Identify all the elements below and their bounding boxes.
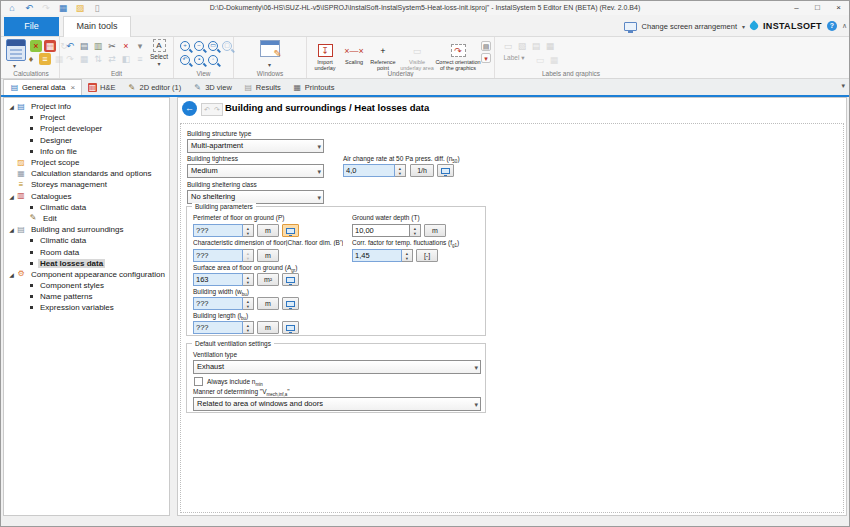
tree-item-heat-losses-data[interactable]: Heat losses data: [4, 258, 169, 269]
underlay-list-icon[interactable]: ▤: [481, 41, 491, 51]
building-length-default-button[interactable]: [282, 321, 299, 334]
chevron-down-icon[interactable]: ▾: [742, 23, 745, 30]
building-sheltering-class-select[interactable]: No sheltering: [187, 190, 324, 204]
tree-item-climatic-data[interactable]: Climatic data: [4, 202, 169, 213]
tree-item-name-patterns[interactable]: Name patterns: [4, 291, 169, 302]
new-file-icon[interactable]: ▯: [91, 2, 103, 14]
tab-overflow-icon[interactable]: ▾: [841, 82, 845, 90]
chevron-down-icon[interactable]: ▾: [13, 63, 16, 69]
air-change-rate-default-button[interactable]: [437, 164, 454, 177]
building-length-unit-button[interactable]: m: [257, 321, 279, 334]
building-tightness-select[interactable]: Medium: [187, 164, 324, 178]
always-include-nmin-checkbox[interactable]: [194, 377, 203, 386]
tree-item-climatic-data[interactable]: Climatic data: [4, 235, 169, 246]
chevron-down-icon[interactable]: ▾: [268, 62, 271, 68]
undo-icon[interactable]: ↶: [23, 2, 35, 14]
zoom-selection-icon[interactable]: ▪: [194, 55, 204, 65]
tree-expander-icon[interactable]: ◢: [7, 103, 16, 110]
building-width-default-button[interactable]: [282, 297, 299, 310]
building-length-input[interactable]: [193, 321, 243, 334]
edit-more-icon[interactable]: ▾: [134, 40, 146, 52]
minimize-button[interactable]: –: [786, 1, 807, 15]
tree-expander-icon[interactable]: ◢: [7, 226, 16, 233]
ground-water-depth-input[interactable]: [352, 224, 410, 237]
tab-h-e[interactable]: ▥H&E: [82, 79, 121, 95]
close-tab-icon[interactable]: ×: [70, 83, 75, 92]
building-width-unit-button[interactable]: m: [257, 297, 279, 310]
help-icon[interactable]: ?: [827, 21, 837, 31]
zoom-extents-icon[interactable]: ▭: [208, 41, 218, 51]
delete-icon[interactable]: ×: [120, 40, 132, 52]
char-dimension-input[interactable]: [193, 249, 243, 262]
results-list-icon[interactable]: ≡: [39, 53, 51, 65]
open-folder-icon[interactable]: ▨: [74, 2, 86, 14]
calculator-icon[interactable]: [6, 39, 26, 61]
tab-general-data[interactable]: ▤General data×: [3, 79, 82, 95]
corr-factor-input[interactable]: [352, 249, 402, 262]
file-menu-button[interactable]: File: [4, 17, 59, 36]
cut-icon[interactable]: ✂: [106, 40, 118, 52]
tab-2d-editor-1[interactable]: ✎2D editor (1): [121, 79, 187, 95]
tree-item-building-and-surroundings[interactable]: ◢▤Building and surroundings: [4, 224, 169, 235]
surface-area-input[interactable]: [193, 273, 243, 286]
surface-area-default-button[interactable]: [282, 273, 299, 286]
back-button[interactable]: ←: [182, 101, 197, 116]
tree-item-project-developer[interactable]: Project developer: [4, 123, 169, 134]
tab-main-tools[interactable]: Main tools: [63, 16, 131, 37]
tree-expander-icon[interactable]: ◢: [7, 271, 16, 278]
building-width-input[interactable]: [193, 297, 243, 310]
air-change-rate-spinner[interactable]: ▴▾: [395, 164, 406, 177]
save-icon[interactable]: ▦: [57, 2, 69, 14]
zoom-previous-icon[interactable]: ↶: [180, 55, 190, 65]
char-dimension-unit-button[interactable]: m: [257, 249, 279, 262]
tree-item-edit[interactable]: ✎Edit: [4, 213, 169, 224]
tree-item-room-data[interactable]: Room data: [4, 246, 169, 257]
calculate-icon[interactable]: ×: [30, 40, 42, 52]
underlay-options-icon[interactable]: ▾: [481, 53, 491, 63]
corr-factor-spinner[interactable]: ▴▾: [402, 249, 413, 262]
tree-item-catalogues[interactable]: ◢▥Catalogues: [4, 191, 169, 202]
manner-of-determining-select[interactable]: Related to area of windows and doors: [193, 397, 481, 411]
ground-water-depth-unit-button[interactable]: m: [424, 224, 446, 237]
ground-water-depth-spinner[interactable]: ▴▾: [410, 224, 421, 237]
air-change-rate-unit-button[interactable]: 1/h: [410, 164, 434, 177]
surface-area-spinner[interactable]: ▴▾: [243, 273, 254, 286]
tree-item-component-appearance-configuration[interactable]: ◢⚙Component appearance configuration: [4, 269, 169, 280]
perimeter-unit-button[interactable]: m: [257, 224, 279, 237]
close-button[interactable]: ×: [828, 1, 849, 15]
tab-results[interactable]: ▤Results: [238, 79, 287, 95]
corr-factor-unit-button[interactable]: [-]: [416, 249, 438, 262]
copy-icon[interactable]: ▤: [78, 40, 90, 52]
building-structure-type-select[interactable]: Multi-apartment: [187, 139, 324, 153]
surface-area-unit-button[interactable]: m²: [257, 273, 279, 286]
tree-item-storeys-management[interactable]: ≡Storeys management: [4, 179, 169, 190]
paste-icon[interactable]: ▥: [92, 40, 104, 52]
tree-item-project[interactable]: Project: [4, 112, 169, 123]
maximize-button[interactable]: □: [807, 1, 828, 15]
building-width-spinner[interactable]: ▴▾: [243, 297, 254, 310]
ventilation-type-select[interactable]: Exhaust: [193, 360, 481, 374]
zoom-scale-icon[interactable]: ◦: [208, 55, 218, 65]
stamp-icon[interactable]: ♦: [25, 53, 37, 65]
tree-item-designer[interactable]: Designer: [4, 135, 169, 146]
tree-item-project-info[interactable]: ◢▤Project info: [4, 101, 169, 112]
building-length-spinner[interactable]: ▴▾: [243, 321, 254, 334]
select-button[interactable]: A Select ▾: [146, 37, 172, 67]
edit-windows-icon[interactable]: ✎: [260, 40, 280, 57]
undo-icon[interactable]: ↶: [64, 40, 76, 52]
tree-item-expression-variables[interactable]: Expression variables: [4, 302, 169, 313]
tree-expander-icon[interactable]: ◢: [7, 193, 16, 200]
tree-item-calculation-standards-and-options[interactable]: ▦Calculation standards and options: [4, 168, 169, 179]
tree-item-component-styles[interactable]: Component styles: [4, 280, 169, 291]
tab-3d-view[interactable]: ✎3D view: [187, 79, 238, 95]
nav-next-icon[interactable]: ↷: [212, 104, 222, 115]
home-icon[interactable]: ⌂: [6, 2, 18, 14]
tree-item-project-scope[interactable]: ▨Project scope: [4, 157, 169, 168]
perimeter-input[interactable]: [193, 224, 243, 237]
tree-item-info-on-file[interactable]: Info on file: [4, 146, 169, 157]
perimeter-default-button[interactable]: [282, 224, 299, 237]
calculate-heat-icon[interactable]: ▦: [44, 40, 56, 52]
zoom-out-icon[interactable]: −: [194, 41, 204, 51]
perimeter-spinner[interactable]: ▴▾: [243, 224, 254, 237]
change-screen-arrangement-button[interactable]: Change screen arrangement: [642, 22, 737, 31]
